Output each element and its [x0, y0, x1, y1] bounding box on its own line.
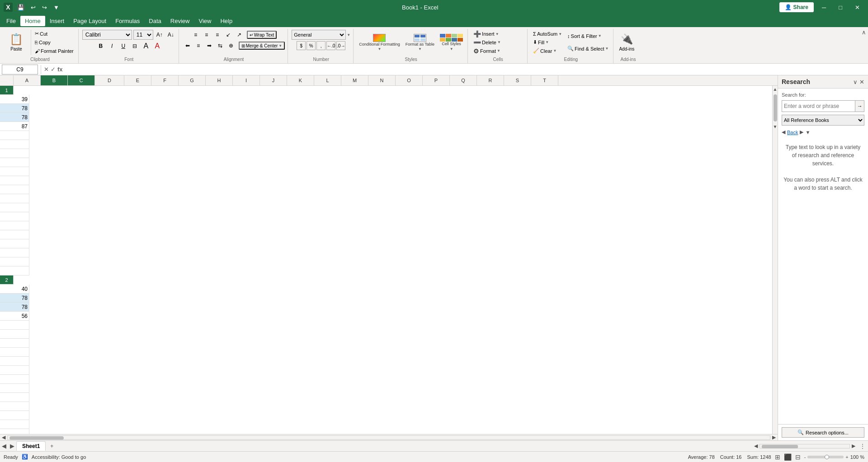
col-header-C[interactable]: C: [68, 75, 95, 85]
italic-button[interactable]: I: [107, 41, 117, 51]
cell-P2[interactable]: [0, 420, 29, 429]
share-button[interactable]: 👤 Share: [779, 2, 814, 12]
row-num-1[interactable]: 1: [0, 86, 14, 95]
research-back-label[interactable]: Back: [787, 130, 798, 135]
sheet-nav-next-button[interactable]: ▶: [8, 443, 16, 449]
menu-page-layout[interactable]: Page Layout: [69, 16, 111, 26]
wrap-text-button[interactable]: ↵ Wrap Text: [247, 31, 277, 39]
col-header-P[interactable]: P: [423, 75, 450, 85]
restore-button[interactable]: □: [834, 2, 847, 13]
scroll-thumb[interactable]: [774, 94, 777, 121]
close-button[interactable]: ✕: [850, 2, 864, 13]
col-header-E[interactable]: E: [124, 75, 151, 85]
cell-E1[interactable]: [0, 131, 29, 140]
col-header-M[interactable]: M: [341, 75, 368, 85]
col-header-B[interactable]: B: [41, 75, 68, 85]
horizontal-scroll-track[interactable]: [7, 435, 770, 440]
scroll-down-arrow[interactable]: ▼: [772, 123, 778, 130]
horizontal-scroll-thumb[interactable]: [9, 436, 64, 440]
underline-button[interactable]: U: [118, 41, 128, 51]
increase-font-button[interactable]: A↑: [155, 30, 165, 40]
menu-review[interactable]: Review: [166, 16, 194, 26]
insert-button[interactable]: ➕ Insert ▼: [472, 30, 503, 38]
research-search-button[interactable]: →: [855, 100, 864, 112]
research-search-input[interactable]: [782, 100, 855, 112]
col-header-G[interactable]: G: [179, 75, 206, 85]
save-qat-button[interactable]: 💾: [15, 3, 26, 12]
cell-R1[interactable]: [0, 248, 29, 257]
col-header-O[interactable]: O: [396, 75, 423, 85]
cell-O2[interactable]: [0, 411, 29, 420]
cell-Q1[interactable]: [0, 239, 29, 248]
fill-color-button[interactable]: A: [141, 41, 151, 51]
cell-K2[interactable]: [0, 375, 29, 384]
sheet-options-button[interactable]: ⋮: [857, 443, 868, 449]
cell-H1[interactable]: [0, 158, 29, 167]
cell-J2[interactable]: [0, 366, 29, 375]
comma-button[interactable]: ,: [316, 41, 326, 50]
reference-books-select[interactable]: All Reference Books: [782, 115, 864, 126]
menu-help[interactable]: Help: [216, 16, 237, 26]
number-format-select[interactable]: General: [292, 30, 346, 40]
cell-M1[interactable]: [0, 203, 29, 212]
add-ins-button[interactable]: 🔌 Add-ins: [617, 30, 636, 55]
cell-C2[interactable]: 78: [0, 303, 29, 312]
font-family-select[interactable]: Calibri: [82, 30, 132, 40]
col-header-R[interactable]: R: [477, 75, 504, 85]
cell-G2[interactable]: [0, 339, 29, 348]
cell-C1[interactable]: 78: [0, 113, 29, 122]
cell-P1[interactable]: [0, 230, 29, 239]
zoom-thumb[interactable]: [825, 455, 829, 459]
align-left-button[interactable]: ⬅: [183, 41, 193, 51]
copy-button[interactable]: ⎘ Copy: [33, 38, 75, 46]
page-layout-view-button[interactable]: ⬛: [784, 453, 792, 461]
format-painter-button[interactable]: 🖌 Format Painter: [33, 47, 75, 55]
confirm-formula-icon[interactable]: ✓: [51, 66, 56, 73]
sheet-tab-sheet1[interactable]: Sheet1: [16, 441, 46, 451]
sheet-horiz-track[interactable]: [760, 444, 850, 448]
align-indent-button[interactable]: ⊕: [226, 41, 236, 51]
col-header-L[interactable]: L: [314, 75, 341, 85]
zoom-out-button[interactable]: -: [804, 454, 806, 460]
scroll-up-arrow[interactable]: ▲: [772, 86, 778, 93]
sheet-nav-prev-button[interactable]: ◀: [0, 443, 8, 449]
decrease-decimal-button[interactable]: ←.0: [326, 41, 335, 50]
research-close-button[interactable]: ✕: [859, 79, 864, 85]
sheet-horiz-thumb[interactable]: [762, 445, 798, 448]
cell-S1[interactable]: [0, 257, 29, 266]
conditional-formatting-button[interactable]: Conditional Formatting ▼: [357, 30, 402, 55]
indent-increase-button[interactable]: ↗: [234, 30, 244, 40]
row-num-2[interactable]: 2: [0, 275, 14, 285]
cell-M2[interactable]: [0, 393, 29, 402]
autosum-button[interactable]: Σ AutoSum ▼: [531, 31, 564, 37]
align-top-left-button[interactable]: ≡: [191, 30, 201, 40]
page-break-view-button[interactable]: ⊟: [795, 453, 801, 461]
insert-function-icon[interactable]: fx: [57, 66, 63, 73]
add-sheet-button[interactable]: +: [47, 442, 57, 451]
decrease-font-button[interactable]: A↓: [166, 30, 176, 40]
cell-G1[interactable]: [0, 149, 29, 158]
cell-E2[interactable]: [0, 321, 29, 330]
research-nav-arrow[interactable]: ▼: [805, 130, 810, 135]
cell-L1[interactable]: [0, 194, 29, 203]
scroll-left-arrow[interactable]: ◀: [0, 434, 7, 440]
find-select-button[interactable]: 🔍 Find & Select ▼: [566, 45, 610, 52]
zoom-in-button[interactable]: +: [845, 454, 848, 460]
cell-J1[interactable]: [0, 176, 29, 185]
menu-file[interactable]: File: [2, 16, 20, 26]
cell-A2[interactable]: 40: [0, 285, 29, 294]
menu-formulas[interactable]: Formulas: [111, 16, 144, 26]
col-header-N[interactable]: N: [368, 75, 396, 85]
cell-O1[interactable]: [0, 221, 29, 230]
col-header-S[interactable]: S: [504, 75, 531, 85]
cancel-formula-icon[interactable]: ✕: [44, 66, 49, 73]
format-button[interactable]: ⚙ Format ▼: [472, 47, 503, 55]
font-color-button[interactable]: A: [152, 41, 162, 51]
cell-H2[interactable]: [0, 348, 29, 357]
format-as-table-button[interactable]: Format as Table ▼: [404, 30, 436, 55]
col-header-F[interactable]: F: [151, 75, 179, 85]
paste-button[interactable]: 📋 Paste: [5, 30, 28, 55]
sheet-scroll-left[interactable]: ◀: [752, 443, 760, 449]
sort-filter-button[interactable]: ↕ Sort & Filter ▼: [566, 33, 610, 39]
cell-F2[interactable]: [0, 330, 29, 339]
